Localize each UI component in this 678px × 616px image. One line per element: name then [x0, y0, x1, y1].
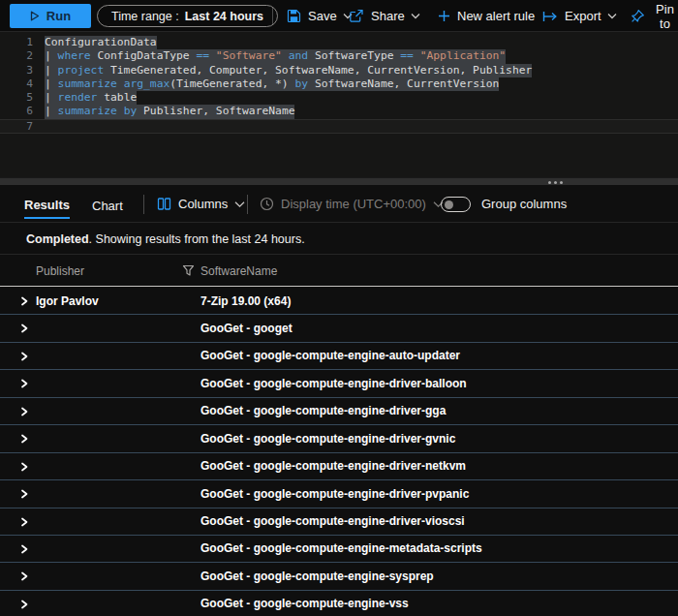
tabbar-divider	[143, 195, 144, 214]
save-icon	[287, 9, 301, 23]
row-expand-chevron-icon[interactable]	[19, 462, 29, 472]
line-number: 5	[0, 91, 33, 105]
status-completed: Completed	[26, 232, 89, 246]
display-time-dropdown[interactable]: Display time (UTC+00:00)	[260, 185, 444, 223]
row-expand-chevron-icon[interactable]	[19, 407, 29, 416]
table-row[interactable]: GooGet - googet	[0, 315, 678, 342]
code-line[interactable]: 3| project TimeGenerated, Computer, Soft…	[0, 64, 678, 77]
column-header-publisher[interactable]: Publisher	[36, 256, 84, 286]
line-number: 6	[0, 105, 33, 118]
share-label: Share	[371, 9, 405, 23]
drag-handle-dots-icon	[548, 181, 551, 184]
plus-icon	[438, 10, 450, 22]
software-cell: GooGet - google-compute-engine-driver-ba…	[200, 370, 467, 396]
export-icon	[542, 11, 558, 22]
query-status-bar: Completed. Showing results from the last…	[0, 224, 678, 255]
time-range-label: Time range :	[111, 10, 179, 23]
software-cell: GooGet - google-compute-engine-driver-gv…	[200, 425, 455, 451]
table-row[interactable]: Igor Pavlov7-Zip 19.00 (x64)	[0, 288, 678, 315]
code-line[interactable]: 6| summarize by Publisher, SoftwareName	[0, 105, 678, 118]
table-row[interactable]: GooGet - google-compute-engine-driver-vi…	[0, 508, 678, 536]
new-alert-rule-button[interactable]: New alert rule	[438, 0, 535, 32]
line-number: 3	[0, 64, 33, 77]
pin-to-button[interactable]: Pin to	[631, 0, 678, 32]
code-text: | summarize by Publisher, SoftwareName	[45, 105, 294, 118]
publisher-cell: Igor Pavlov	[36, 288, 99, 314]
table-row[interactable]: GooGet - google-compute-engine-driver-ne…	[0, 453, 678, 480]
line-number: 4	[0, 77, 33, 91]
results-pane: Results Chart Columns Display t	[0, 185, 678, 616]
group-columns-toggle[interactable]	[441, 197, 471, 212]
display-time-label: Display time (UTC+00:00)	[281, 197, 426, 211]
columns-icon	[157, 197, 171, 211]
software-cell: 7-Zip 19.00 (x64)	[200, 288, 291, 314]
row-expand-chevron-icon[interactable]	[19, 379, 29, 388]
code-line[interactable]: 5| render table	[0, 91, 678, 105]
pin-icon	[631, 9, 645, 23]
toggle-knob	[445, 200, 453, 209]
code-text: | where ConfigDataType == "Software" and…	[45, 49, 506, 63]
status-message: . Showing results from the last 24 hours…	[89, 232, 305, 246]
table-row[interactable]: GooGet - google-compute-engine-driver-gv…	[0, 425, 678, 452]
time-range-value: Last 24 hours	[185, 10, 263, 23]
code-line[interactable]: 7	[0, 119, 678, 134]
tab-chart-label: Chart	[92, 199, 123, 213]
save-button[interactable]: Save	[287, 0, 353, 32]
table-row[interactable]: GooGet - google-compute-engine-sysprep	[0, 563, 678, 590]
table-row[interactable]: GooGet - google-compute-engine-driver-ba…	[0, 370, 678, 397]
editor-lines: 1ConfigurationData2| where ConfigDataTyp…	[0, 36, 678, 134]
column-header-softwarename[interactable]: SoftwareName	[200, 256, 277, 286]
columns-dropdown[interactable]: Columns	[157, 185, 245, 223]
results-grid-header: Publisher SoftwareName	[0, 256, 678, 287]
code-text: | project TimeGenerated, Computer, Softw…	[45, 64, 532, 77]
software-cell: GooGet - google-compute-engine-sysprep	[200, 563, 434, 589]
row-expand-chevron-icon[interactable]	[19, 489, 29, 499]
row-expand-chevron-icon[interactable]	[19, 296, 29, 306]
row-expand-chevron-icon[interactable]	[19, 571, 29, 581]
share-button[interactable]: Share	[349, 0, 420, 32]
log-analytics-window: Run Time range : Last 24 hours Save Shar…	[0, 0, 678, 616]
query-editor[interactable]: 1ConfigurationData2| where ConfigDataTyp…	[0, 32, 678, 177]
export-button[interactable]: Export	[542, 0, 617, 32]
table-row[interactable]: GooGet - google-compute-engine-driver-pv…	[0, 480, 678, 508]
toolbar-divider	[272, 8, 273, 24]
table-row[interactable]: GooGet - google-compute-engine-vss	[0, 591, 678, 616]
code-line[interactable]: 4| summarize arg_max(TimeGenerated, *) b…	[0, 77, 678, 91]
chevron-down-icon	[607, 13, 617, 19]
code-text: ConfigurationData	[45, 36, 157, 49]
tab-chart[interactable]: Chart	[92, 193, 123, 219]
software-cell: GooGet - google-compute-engine-vss	[200, 591, 409, 616]
code-text: | summarize arg_max(TimeGenerated, *) by…	[45, 77, 499, 91]
code-line[interactable]: 1ConfigurationData	[0, 36, 678, 49]
time-range-picker[interactable]: Time range : Last 24 hours	[97, 5, 278, 27]
line-number: 7	[0, 120, 33, 133]
table-row[interactable]: GooGet - google-compute-engine-auto-upda…	[0, 343, 678, 370]
export-label: Export	[565, 9, 601, 23]
play-icon	[30, 11, 40, 21]
row-expand-chevron-icon[interactable]	[19, 517, 29, 527]
table-row[interactable]: GooGet - google-compute-engine-driver-gg…	[0, 398, 678, 425]
chevron-down-icon	[411, 13, 420, 19]
chevron-down-icon	[234, 200, 245, 208]
table-row[interactable]: GooGet - google-compute-engine-metadata-…	[0, 536, 678, 563]
software-cell: GooGet - google-compute-engine-metadata-…	[200, 536, 482, 562]
software-cell: GooGet - googet	[200, 315, 293, 341]
run-label: Run	[46, 9, 71, 23]
code-text: | render table	[45, 91, 137, 105]
row-expand-chevron-icon[interactable]	[19, 600, 29, 609]
clock-icon	[260, 197, 274, 211]
pane-resize-handle[interactable]	[0, 177, 678, 185]
tab-results-label: Results	[24, 198, 70, 212]
filter-icon[interactable]	[182, 264, 195, 280]
code-line[interactable]: 2| where ConfigDataType == "Software" an…	[0, 49, 678, 63]
line-number: 2	[0, 49, 33, 63]
run-button[interactable]: Run	[10, 4, 91, 28]
tab-results[interactable]: Results	[24, 193, 70, 219]
row-expand-chevron-icon[interactable]	[19, 352, 29, 361]
results-tabbar: Results Chart Columns Display t	[0, 185, 678, 223]
row-expand-chevron-icon[interactable]	[19, 544, 29, 554]
row-expand-chevron-icon[interactable]	[19, 323, 29, 333]
row-expand-chevron-icon[interactable]	[19, 434, 29, 444]
line-number: 1	[0, 36, 33, 49]
software-cell: GooGet - google-compute-engine-driver-vi…	[200, 508, 465, 535]
